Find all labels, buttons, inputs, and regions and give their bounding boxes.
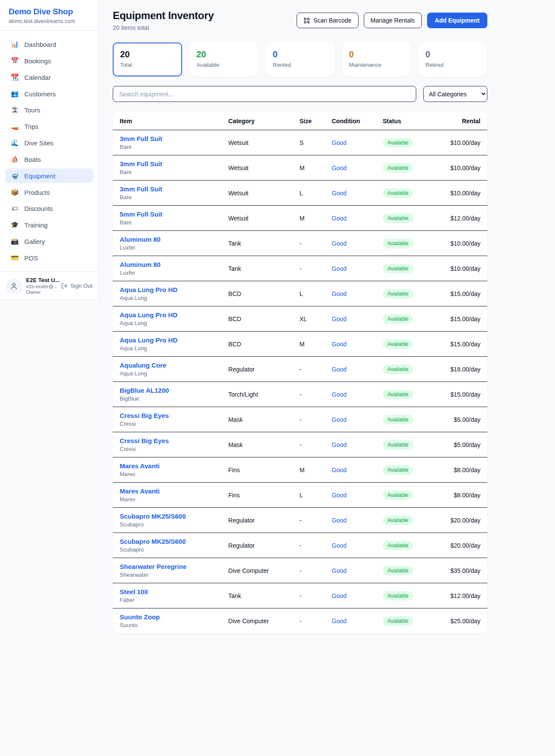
- cell-condition: Good: [325, 558, 376, 583]
- condition-link[interactable]: Good: [332, 215, 346, 222]
- condition-link[interactable]: Good: [332, 618, 346, 625]
- cell-category: Regulator: [222, 357, 293, 382]
- stat-label: Available: [196, 62, 251, 68]
- condition-link[interactable]: Good: [332, 542, 346, 549]
- condition-link[interactable]: Good: [332, 567, 346, 574]
- stat-card-available[interactable]: 20Available: [189, 43, 258, 76]
- cell-status: Available: [376, 281, 433, 306]
- add-equipment-button[interactable]: Add Equipment: [427, 13, 487, 28]
- condition-link[interactable]: Good: [332, 492, 346, 499]
- condition-link[interactable]: Good: [332, 366, 346, 373]
- table-row: Cressi Big EyesCressiMask-GoodAvailable$…: [113, 407, 487, 432]
- item-link[interactable]: Mares Avanti: [120, 462, 215, 470]
- cell-item: Mares AvantiMares: [113, 483, 222, 508]
- table-row: 3mm Full SuitBareWetsuitLGoodAvailable$1…: [113, 181, 487, 206]
- sidebar-item-tours[interactable]: 🏝Tours: [5, 103, 93, 117]
- item-link[interactable]: Aqua Lung Pro HD: [120, 311, 215, 319]
- condition-link[interactable]: Good: [332, 341, 346, 348]
- condition-link[interactable]: Good: [332, 265, 346, 272]
- stat-card-rented[interactable]: 0Rented: [265, 43, 335, 76]
- sidebar-item-equipment[interactable]: 🤿Equipment: [5, 168, 93, 183]
- sidebar-item-bookings[interactable]: 📅Bookings: [5, 53, 93, 68]
- cell-category: Fins: [222, 483, 293, 508]
- stat-card-total[interactable]: 20Total: [113, 43, 182, 76]
- sidebar-item-pos[interactable]: 💳POS: [5, 250, 93, 265]
- manage-rentals-button[interactable]: Manage Rentals: [364, 13, 422, 28]
- sidebar-item-dashboard[interactable]: 📊Dashboard: [5, 37, 93, 52]
- item-link[interactable]: Aqualung Core: [120, 362, 215, 369]
- stat-card-retired[interactable]: 0Retired: [418, 43, 487, 76]
- condition-link[interactable]: Good: [332, 391, 346, 398]
- products-icon: 📦: [10, 188, 19, 196]
- condition-link[interactable]: Good: [332, 441, 346, 448]
- cell-category: BCD: [222, 306, 293, 332]
- item-link[interactable]: Aqua Lung Pro HD: [120, 336, 215, 344]
- sidebar-item-label: POS: [24, 254, 38, 262]
- condition-link[interactable]: Good: [332, 190, 346, 197]
- item-link[interactable]: Mares Avanti: [120, 487, 215, 495]
- cell-size: L: [293, 281, 325, 306]
- item-link[interactable]: 3mm Full Suit: [120, 160, 215, 168]
- condition-link[interactable]: Good: [332, 517, 346, 524]
- cell-condition: Good: [325, 357, 376, 382]
- table-row: Scubapro MK25/S600ScubaproRegulator-Good…: [113, 508, 487, 533]
- item-link[interactable]: Scubapro MK25/S600: [120, 513, 215, 520]
- item-link[interactable]: Aqua Lung Pro HD: [120, 286, 215, 293]
- search-input[interactable]: [113, 86, 416, 102]
- item-link[interactable]: Cressi Big Eyes: [120, 412, 215, 419]
- item-link[interactable]: Aluminum 80: [120, 261, 215, 268]
- table-row: 5mm Full SuitBareWetsuitMGoodAvailable$1…: [113, 206, 487, 231]
- item-link[interactable]: BigBlue AL1200: [120, 387, 215, 394]
- cell-item: Aluminum 80Luxfer: [113, 231, 222, 256]
- sidebar-item-calendar[interactable]: 📆Calendar: [5, 70, 93, 85]
- sidebar-item-dive-sites[interactable]: 🌊Dive Sites: [5, 135, 93, 150]
- item-link[interactable]: Suunto Zoop: [120, 613, 215, 621]
- condition-link[interactable]: Good: [332, 592, 346, 599]
- bookings-icon: 📅: [10, 57, 19, 65]
- page-header: Equipment Inventory 20 items total Scan …: [113, 10, 487, 31]
- sidebar-item-products[interactable]: 📦Products: [5, 185, 93, 200]
- item-link[interactable]: Shearwater Peregrine: [120, 563, 215, 570]
- item-link[interactable]: 5mm Full Suit: [120, 210, 215, 218]
- cell-condition: Good: [325, 231, 376, 256]
- item-link[interactable]: Cressi Big Eyes: [120, 437, 215, 444]
- item-link[interactable]: Aluminum 80: [120, 236, 215, 243]
- status-badge: Available: [383, 365, 413, 374]
- cell-category: Tank: [222, 231, 293, 256]
- cell-category: Dive Computer: [222, 608, 293, 634]
- shop-name[interactable]: Demo Dive Shop: [9, 7, 90, 16]
- cell-category: Wetsuit: [222, 130, 293, 155]
- stat-value: 0: [425, 49, 480, 59]
- condition-link[interactable]: Good: [332, 139, 346, 146]
- sidebar-item-discounts[interactable]: 🏷Discounts: [5, 201, 93, 216]
- item-link[interactable]: Scubapro MK25/S600: [120, 538, 215, 545]
- table-row: Aqua Lung Pro HDAqua LungBCDLGoodAvailab…: [113, 281, 487, 306]
- cell-condition: Good: [325, 457, 376, 483]
- category-select[interactable]: All Categories: [423, 86, 487, 102]
- cell-category: BCD: [222, 332, 293, 357]
- item-link[interactable]: 3mm Full Suit: [120, 185, 215, 193]
- sidebar-item-label: Calendar: [24, 74, 51, 81]
- cell-rental: $18.00/day: [433, 357, 487, 382]
- sidebar-item-training[interactable]: 🎓Training: [5, 217, 93, 232]
- stat-card-maintenance[interactable]: 0Maintenance: [342, 43, 411, 76]
- condition-link[interactable]: Good: [332, 467, 346, 473]
- sidebar-item-customers[interactable]: 👥Customers: [5, 86, 93, 101]
- sidebar-item-trips[interactable]: 🚤Trips: [5, 119, 93, 134]
- sidebar-item-gallery[interactable]: 📸Gallery: [5, 234, 93, 249]
- table-row: Aluminum 80LuxferTank-GoodAvailable$10.0…: [113, 231, 487, 256]
- condition-link[interactable]: Good: [332, 240, 346, 247]
- condition-link[interactable]: Good: [332, 416, 346, 423]
- scan-barcode-button[interactable]: Scan Barcode: [297, 13, 359, 28]
- status-badge: Available: [383, 566, 413, 575]
- sidebar-item-boats[interactable]: ⛵Boats: [5, 152, 93, 167]
- sign-out-button[interactable]: Sign Out: [61, 283, 92, 289]
- condition-link[interactable]: Good: [332, 164, 346, 171]
- item-link[interactable]: Steel 100: [120, 588, 215, 595]
- item-link[interactable]: 3mm Full Suit: [120, 135, 215, 142]
- condition-link[interactable]: Good: [332, 316, 346, 322]
- status-badge: Available: [383, 339, 413, 349]
- cell-status: Available: [376, 130, 433, 155]
- cell-item: 3mm Full SuitBare: [113, 181, 222, 206]
- condition-link[interactable]: Good: [332, 290, 346, 297]
